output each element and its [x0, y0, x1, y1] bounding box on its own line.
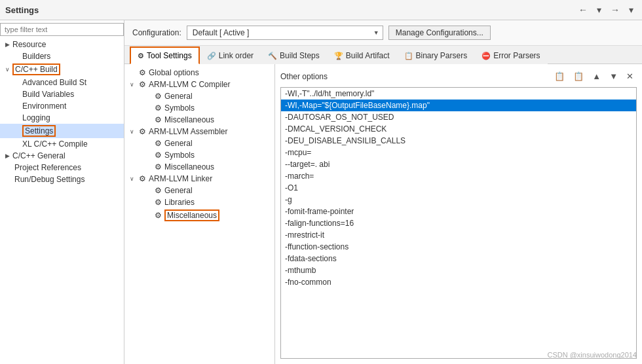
options-item-opt17[interactable]: -fno-common — [281, 276, 636, 288]
arrow-icon: ∨ — [5, 66, 10, 73]
tree-icon-arm-link-libraries: ⚙ — [155, 198, 162, 207]
tab-error-parsers[interactable]: ⛔Error Parsers — [474, 46, 547, 64]
config-select[interactable]: Default [ Active ] — [187, 26, 383, 40]
tab-label-build-artifact: Build Artifact — [346, 51, 390, 60]
tree-icon-arm-c-symbols: ⚙ — [155, 103, 162, 113]
tree-item-label-arm-llvm-linker: ARM-LLVM Linker — [149, 174, 212, 183]
sidebar: ▶ResourceBuilders∨C/C++ BuildAdvanced Bu… — [0, 20, 124, 364]
tree-item-arm-asm-symbols[interactable]: ⚙Symbols — [124, 149, 274, 161]
tab-label-build-steps: Build Steps — [280, 51, 320, 60]
sidebar-item-label: Logging — [22, 113, 50, 122]
tree-item-arm-asm-misc[interactable]: ⚙Miscellaneous — [124, 161, 274, 173]
tab-icon-error-parsers: ⛔ — [482, 52, 491, 60]
sidebar-item-cc-build[interactable]: ∨C/C++ Build — [0, 62, 124, 77]
tree-item-arm-c-symbols[interactable]: ⚙Symbols — [124, 102, 274, 114]
tab-content: ⚙Global options∨⚙ARM-LLVM C Compiler⚙Gen… — [124, 64, 642, 364]
options-toolbar: 📋 📋 ▲ ▼ ✕ — [551, 69, 637, 83]
tab-label-link-order: Link order — [219, 51, 254, 60]
tree-item-arm-asm-general[interactable]: ⚙General — [124, 137, 274, 149]
tree-item-arm-link-misc[interactable]: ⚙Miscellaneous — [124, 208, 274, 223]
tree-item-label-arm-c-symbols: Symbols — [164, 103, 195, 113]
sidebar-item-label: C/C++ General — [12, 151, 66, 160]
sidebar-section-label: C/C++ Build — [12, 64, 60, 75]
filter-input[interactable] — [0, 23, 124, 36]
options-item-opt13[interactable]: -mrestrict-it — [281, 229, 636, 241]
sidebar-item-label: Run/Debug Settings — [14, 175, 85, 184]
tree-icon-arm-asm-misc: ⚙ — [155, 162, 162, 172]
sidebar-item-build-variables[interactable]: Build Variables — [0, 88, 124, 100]
options-item-opt12[interactable]: -falign-functions=16 — [281, 217, 636, 229]
options-header: Other options 📋 📋 ▲ ▼ ✕ — [280, 69, 637, 83]
options-item-opt4[interactable]: -DMCAL_VERSION_CHECK — [281, 123, 636, 135]
tree-item-label-arm-link-libraries: Libraries — [164, 198, 195, 207]
tree-icon-arm-link-misc: ⚙ — [155, 211, 162, 220]
forward-dropdown-button[interactable]: ▾ — [626, 3, 637, 17]
arrow-icon: ▶ — [5, 153, 10, 159]
sidebar-item-logging[interactable]: Logging — [0, 112, 124, 124]
main-layout: ▶ResourceBuilders∨C/C++ BuildAdvanced Bu… — [0, 20, 642, 364]
tab-build-artifact[interactable]: 🏆Build Artifact — [327, 46, 397, 64]
sidebar-item-project-references[interactable]: Project References — [0, 162, 124, 173]
back-button[interactable]: ← — [575, 3, 591, 17]
tree-item-arm-link-general[interactable]: ⚙General — [124, 185, 274, 196]
tree-item-arm-llvm-c[interactable]: ∨⚙ARM-LLVM C Compiler — [124, 79, 274, 90]
tree-item-global-options[interactable]: ⚙Global options — [124, 67, 274, 79]
sidebar-item-resource[interactable]: ▶Resource — [0, 39, 124, 50]
tree-item-arm-link-libraries[interactable]: ⚙Libraries — [124, 196, 274, 208]
sidebar-item-run-debug[interactable]: Run/Debug Settings — [0, 173, 124, 185]
tree-panel: ⚙Global options∨⚙ARM-LLVM C Compiler⚙Gen… — [124, 64, 275, 364]
options-item-opt11[interactable]: -fomit-frame-pointer — [281, 206, 636, 217]
options-item-opt2[interactable]: -WI,-Map="${OutputFileBaseName}.map" — [281, 100, 636, 111]
options-title: Other options — [280, 72, 328, 81]
options-item-opt9[interactable]: -O1 — [281, 182, 636, 194]
sidebar-item-label: XL C/C++ Compile — [22, 139, 88, 149]
forward-button[interactable]: → — [607, 3, 623, 17]
tree-item-arm-llvm-linker[interactable]: ∨⚙ARM-LLVM Linker — [124, 173, 274, 185]
tree-item-arm-c-general[interactable]: ⚙General — [124, 90, 274, 102]
sidebar-item-advanced-build[interactable]: Advanced Build St — [0, 77, 124, 88]
tab-icon-build-steps: 🔨 — [268, 52, 277, 60]
sidebar-item-label: Advanced Build St — [22, 78, 86, 87]
options-item-opt15[interactable]: -fdata-sections — [281, 253, 636, 264]
top-bar: Settings ← ▾ → ▾ — [0, 0, 642, 20]
options-item-opt1[interactable]: -WI,-T"../ld/ht_memory.ld" — [281, 88, 636, 100]
tree-icon-global-options: ⚙ — [139, 68, 146, 77]
sidebar-item-xl-compile[interactable]: XL C/C++ Compile — [0, 138, 124, 150]
options-item-opt7[interactable]: --target=. abi — [281, 158, 636, 170]
paste-button[interactable]: 📋 — [570, 69, 587, 83]
sidebar-item-cc-general[interactable]: ▶C/C++ General — [0, 150, 124, 162]
arrow-icon: ▶ — [5, 41, 10, 48]
options-item-opt6[interactable]: -mcpu= — [281, 147, 636, 158]
copy-button[interactable]: 📋 — [551, 69, 568, 83]
tree-item-label-arm-c-general: General — [164, 92, 193, 101]
content-area: Configuration: Default [ Active ] Manage… — [124, 20, 642, 364]
options-item-opt3[interactable]: -DAUTOSAR_OS_NOT_USED — [281, 111, 636, 123]
tab-binary-parsers[interactable]: 📋Binary Parsers — [397, 46, 475, 64]
options-item-opt16[interactable]: -mthumb — [281, 264, 636, 276]
tab-tool-settings[interactable]: ⚙Tool Settings — [130, 46, 200, 64]
tab-link-order[interactable]: 🔗Link order — [200, 46, 261, 64]
tab-icon-build-artifact: 🏆 — [334, 52, 343, 60]
sidebar-item-label: Project References — [14, 163, 81, 172]
tree-item-label-global-options: Global options — [149, 68, 199, 77]
back-dropdown-button[interactable]: ▾ — [594, 3, 605, 17]
tree-icon-arm-c-general: ⚙ — [155, 92, 162, 101]
options-item-opt8[interactable]: -march= — [281, 170, 636, 182]
tab-build-steps[interactable]: 🔨Build Steps — [261, 46, 327, 64]
move-down-button[interactable]: ▼ — [606, 69, 621, 83]
sidebar-item-environment[interactable]: Environment — [0, 100, 124, 112]
config-label: Configuration: — [132, 28, 181, 37]
options-item-opt10[interactable]: -g — [281, 194, 636, 206]
move-up-button[interactable]: ▲ — [589, 69, 604, 83]
sidebar-item-label: Resource — [12, 40, 46, 49]
manage-configurations-button[interactable]: Manage Configurations... — [388, 26, 491, 40]
sidebar-item-settings[interactable]: Settings — [0, 124, 124, 138]
delete-button[interactable]: ✕ — [623, 69, 637, 83]
tree-item-arm-llvm-asm[interactable]: ∨⚙ARM-LLVM Assembler — [124, 126, 274, 137]
options-item-opt5[interactable]: -DEU_DISABLE_ANSILIB_CALLS — [281, 135, 636, 147]
sidebar-item-builders[interactable]: Builders — [0, 50, 124, 62]
tree-icon-arm-asm-symbols: ⚙ — [155, 151, 162, 160]
options-item-opt14[interactable]: -ffunction-sections — [281, 241, 636, 253]
sidebar-item-label: Settings — [22, 125, 56, 137]
tree-item-arm-c-misc[interactable]: ⚙Miscellaneous — [124, 114, 274, 126]
